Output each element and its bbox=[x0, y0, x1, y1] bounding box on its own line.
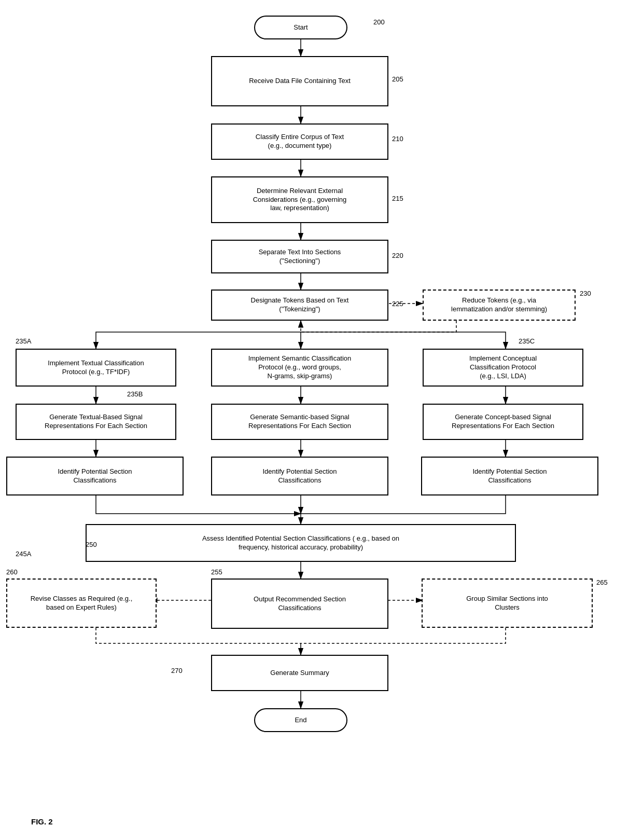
ref-225: 225 bbox=[392, 300, 403, 308]
node-225: Designate Tokens Based on Text("Tokenizi… bbox=[211, 290, 388, 321]
ref-255: 255 bbox=[211, 568, 222, 576]
node-215-label: Determine Relevant ExternalConsideration… bbox=[253, 187, 347, 213]
ref-265: 265 bbox=[596, 579, 608, 586]
ref-235a: 235A bbox=[16, 337, 31, 345]
node-245a-label: Identify Potential SectionClassification… bbox=[58, 467, 132, 485]
node-205-label: Receive Data File Containing Text bbox=[249, 77, 351, 86]
ref-270: 270 bbox=[171, 667, 183, 674]
node-240b: Generate Semantic-based SignalRepresenta… bbox=[211, 404, 388, 440]
node-255: Output Recommended SectionClassification… bbox=[211, 579, 388, 629]
node-270: Generate Summary bbox=[211, 655, 388, 691]
ref-215: 215 bbox=[392, 195, 403, 202]
node-240c: Generate Concept-based SignalRepresentat… bbox=[423, 404, 583, 440]
ref-235c: 235C bbox=[519, 337, 535, 345]
node-225-label: Designate Tokens Based on Text("Tokenizi… bbox=[251, 296, 349, 314]
node-205: Receive Data File Containing Text bbox=[211, 56, 388, 106]
node-245c: Identify Potential SectionClassification… bbox=[421, 457, 598, 495]
node-235b-label: Implement Semantic ClassificationProtoco… bbox=[248, 354, 352, 381]
node-235c-label: Implement ConceptualClassification Proto… bbox=[469, 354, 537, 381]
ref-260: 260 bbox=[6, 568, 18, 576]
node-220-label: Separate Text Into Sections("Sectioning"… bbox=[259, 248, 341, 266]
node-210-label: Classify Entire Corpus of Text(e.g., doc… bbox=[256, 133, 344, 150]
flowchart-diagram: Start 200 Receive Data File Containing T… bbox=[0, 0, 643, 840]
node-240a-label: Generate Textual-Based SignalRepresentat… bbox=[45, 413, 147, 431]
ref-205: 205 bbox=[392, 75, 403, 83]
node-265: Group Similar Sections intoClusters bbox=[422, 579, 593, 628]
node-250-label: Assess Identified Potential Section Clas… bbox=[202, 534, 399, 552]
node-240c-label: Generate Concept-based SignalRepresentat… bbox=[452, 413, 554, 431]
ref-200: 200 bbox=[373, 18, 385, 26]
node-245b-label: Identify Potential SectionClassification… bbox=[262, 467, 337, 485]
figure-caption: FIG. 2 bbox=[31, 817, 53, 826]
node-215: Determine Relevant ExternalConsideration… bbox=[211, 176, 388, 223]
node-270-label: Generate Summary bbox=[270, 669, 329, 678]
node-245b: Identify Potential SectionClassification… bbox=[211, 457, 388, 495]
start-node: Start bbox=[254, 16, 347, 39]
ref-250: 250 bbox=[86, 541, 97, 548]
node-235a: Implement Textual ClassificationProtocol… bbox=[16, 349, 176, 387]
node-250: Assess Identified Potential Section Clas… bbox=[86, 524, 516, 562]
node-210: Classify Entire Corpus of Text(e.g., doc… bbox=[211, 123, 388, 160]
node-240b-label: Generate Semantic-based SignalRepresenta… bbox=[248, 413, 351, 431]
node-220: Separate Text Into Sections("Sectioning"… bbox=[211, 240, 388, 273]
node-245a: Identify Potential SectionClassification… bbox=[6, 457, 184, 495]
ref-245a: 245A bbox=[16, 550, 31, 558]
ref-235b: 235B bbox=[127, 390, 143, 398]
start-label: Start bbox=[293, 23, 307, 32]
ref-210: 210 bbox=[392, 135, 403, 143]
node-235a-label: Implement Textual ClassificationProtocol… bbox=[48, 359, 144, 377]
end-label: End bbox=[295, 716, 306, 725]
node-230-label: Reduce Tokens (e.g., vialemmatization an… bbox=[451, 296, 547, 314]
node-235c: Implement ConceptualClassification Proto… bbox=[423, 349, 583, 387]
ref-220: 220 bbox=[392, 252, 403, 259]
node-265-label: Group Similar Sections intoClusters bbox=[466, 595, 548, 612]
node-235b: Implement Semantic ClassificationProtoco… bbox=[211, 349, 388, 387]
ref-230: 230 bbox=[580, 290, 591, 297]
end-node: End bbox=[254, 708, 347, 732]
node-260: Revise Classes as Required (e.g.,based o… bbox=[6, 579, 157, 628]
node-245c-label: Identify Potential SectionClassification… bbox=[472, 467, 547, 485]
node-260-label: Revise Classes as Required (e.g.,based o… bbox=[31, 595, 133, 612]
node-255-label: Output Recommended SectionClassification… bbox=[254, 595, 346, 613]
node-230: Reduce Tokens (e.g., vialemmatization an… bbox=[423, 290, 576, 321]
node-240a: Generate Textual-Based SignalRepresentat… bbox=[16, 404, 176, 440]
